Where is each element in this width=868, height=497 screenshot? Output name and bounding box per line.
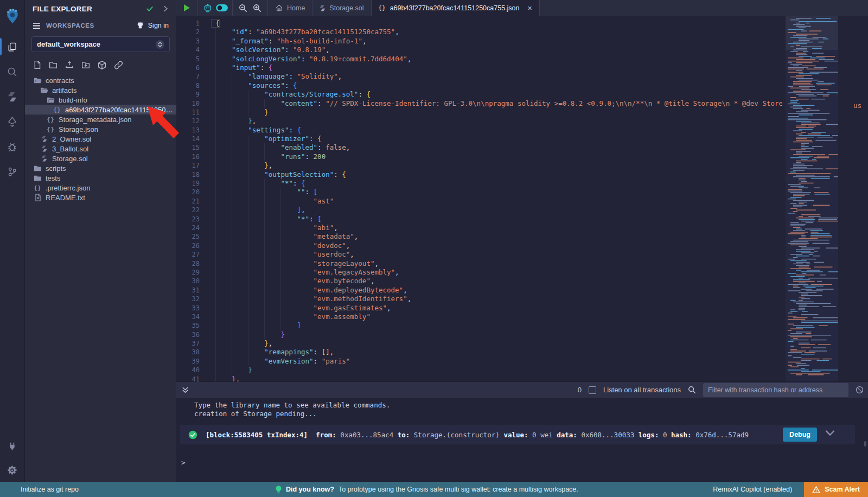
tree-item-2-owner-sol[interactable]: 2_Owner.sol [25, 134, 176, 144]
workspace-select[interactable]: default_workspace [31, 36, 170, 52]
clear-console-icon[interactable] [856, 386, 864, 394]
tree-item-readme-txt[interactable]: README.txt [25, 193, 176, 202]
code-line-1[interactable]: 1{ [176, 19, 868, 28]
code-line-6[interactable]: 6"input": { [176, 63, 868, 72]
code-line-11[interactable]: 11} [176, 108, 868, 117]
code-line-30[interactable]: 30"evm.bytecode", [176, 277, 868, 285]
code-line-4[interactable]: 4"solcVersion": "0.8.19", [176, 46, 868, 54]
terminal[interactable]: Type the library name to see available c… [176, 398, 868, 482]
tree-item--prettierrc-json[interactable]: {}.prettierrc.json [25, 183, 176, 193]
code-line-36[interactable]: 36} [176, 330, 868, 339]
remixai-copilot-status[interactable]: RemixAI Copilot (enabled) [713, 486, 792, 493]
zoom-in-icon[interactable] [250, 0, 264, 16]
code-editor[interactable]: 1{2"id": "a69b43f277ba20fcac141151250ca7… [176, 16, 868, 381]
code-line-7[interactable]: 7"language": "Solidity", [176, 72, 868, 81]
deploy-run-icon[interactable] [0, 109, 25, 134]
search-icon[interactable] [0, 59, 25, 84]
code-line-12[interactable]: 12}, [176, 117, 868, 125]
code-line-21[interactable]: 21"ast" [176, 197, 868, 206]
code-line-28[interactable]: 28"storageLayout", [176, 259, 868, 268]
tree-item-a69b43f277ba20fcac141151250ca7-[interactable]: {}a69b43f277ba20fcac141151250ca7... [25, 105, 176, 114]
code-line-9[interactable]: 9"contracts/Storage.sol": { [176, 90, 868, 99]
tab-storage-sol[interactable]: Storage.sol [312, 0, 371, 16]
tree-item-contracts[interactable]: contracts [25, 75, 176, 85]
tab-a69b43f277ba20fcac141151250ca755-json[interactable]: {}a69b43f277ba20fcac141151250ca755.json× [372, 0, 540, 16]
code-line-23[interactable]: 23"*": [ [176, 215, 868, 224]
link-icon[interactable] [113, 60, 124, 70]
run-script-button[interactable] [180, 0, 194, 16]
tree-item-storage-sol[interactable]: Storage.sol [25, 154, 176, 163]
code-line-41[interactable]: 41}, [176, 375, 868, 381]
debugger-icon[interactable] [0, 134, 25, 159]
close-tab-icon[interactable]: × [528, 4, 532, 12]
terminal-prompt[interactable]: > [181, 458, 186, 467]
code-line-20[interactable]: 20"": [ [176, 188, 868, 196]
search-icon[interactable] [688, 386, 696, 394]
solidity-compiler-icon[interactable] [0, 84, 25, 109]
code-line-27[interactable]: 27"userdoc", [176, 250, 868, 259]
code-line-8[interactable]: 8"sources": { [176, 81, 868, 90]
new-file-icon[interactable] [33, 60, 42, 70]
code-line-31[interactable]: 31"evm.deployedBytecode", [176, 286, 868, 295]
scam-alert-badge[interactable]: Scam Alert [804, 482, 868, 497]
upload-file-icon[interactable] [65, 60, 74, 70]
sign-in-button[interactable]: Sign in [136, 22, 169, 30]
tree-item-3-ballot-sol[interactable]: 3_Ballot.sol [25, 144, 176, 154]
file-explorer-icon[interactable] [0, 34, 25, 59]
transaction-result-row[interactable]: [block:5583405 txIndex:4] from: 0xa03...… [180, 425, 855, 444]
remixai-robot-icon[interactable] [201, 0, 215, 16]
new-folder-icon[interactable] [48, 60, 58, 70]
expand-transaction-icon[interactable] [826, 430, 834, 436]
code-line-32[interactable]: 32"evm.methodIdentifiers", [176, 295, 868, 303]
code-line-13[interactable]: 13"settings": { [176, 126, 868, 135]
tree-item-storage-metadata-json[interactable]: {}Storage_metadata.json [25, 114, 176, 124]
listen-all-label[interactable]: Listen on all transactions [603, 386, 681, 394]
code-line-33[interactable]: 33"evm.gasEstimates", [176, 304, 868, 313]
code-line-10[interactable]: 10"content": "// SPDX-License-Identifier… [176, 99, 868, 108]
code-line-5[interactable]: 5"solcLongVersion": "0.8.19+commit.7dd6d… [176, 55, 868, 63]
tab-home[interactable]: Home [268, 0, 312, 16]
debug-button[interactable]: Debug [783, 428, 817, 442]
code-line-26[interactable]: 26"devdoc", [176, 241, 868, 250]
hamburger-menu-icon[interactable] [33, 22, 41, 29]
remix-logo-icon[interactable] [0, 4, 25, 29]
code-line-14[interactable]: 14"optimizer": { [176, 135, 868, 143]
code-line-29[interactable]: 29"evm.legacyAssembly", [176, 268, 868, 277]
settings-icon[interactable] [0, 458, 25, 482]
upload-folder-icon[interactable] [81, 60, 91, 70]
terminal-scrollbar[interactable] [864, 441, 866, 447]
code-line-39[interactable]: 39"evmVersion": "paris" [176, 357, 868, 366]
code-line-35[interactable]: 35] [176, 321, 868, 330]
tree-item-artifacts[interactable]: artifacts [25, 85, 176, 95]
code-line-18[interactable]: 18"outputSelection": { [176, 170, 868, 179]
transaction-filter-input[interactable] [703, 383, 848, 397]
expand-terminal-icon[interactable] [182, 386, 189, 393]
code-line-16[interactable]: 16"runs": 200 [176, 152, 868, 161]
code-line-19[interactable]: 19"*": { [176, 179, 868, 188]
tree-item-storage-json[interactable]: {}Storage.json [25, 124, 176, 134]
listen-all-checkbox[interactable] [589, 386, 596, 394]
code-line-34[interactable]: 34"evm.assembly" [176, 313, 868, 321]
code-line-22[interactable]: 22], [176, 206, 868, 214]
code-line-17[interactable]: 17}, [176, 161, 868, 170]
code-line-2[interactable]: 2"id": "a69b43f277ba20fcac141151250ca755… [176, 28, 868, 36]
code-line-38[interactable]: 38"remappings": [], [176, 348, 868, 356]
tree-item-label: 3_Ballot.sol [52, 145, 88, 153]
code-line-24[interactable]: 24"abi", [176, 224, 868, 232]
code-line-15[interactable]: 15"enabled": false, [176, 143, 868, 152]
chevron-right-icon[interactable] [162, 5, 169, 12]
zoom-out-icon[interactable] [236, 0, 250, 16]
git-icon[interactable] [0, 159, 25, 184]
tree-item-tests[interactable]: tests [25, 173, 176, 183]
code-line-37[interactable]: 37}, [176, 339, 868, 348]
init-git-repo-button[interactable]: Initialize as git repo [21, 486, 79, 493]
code-line-25[interactable]: 25"metadata", [176, 232, 868, 241]
cube-icon[interactable] [97, 60, 107, 70]
plugin-manager-icon[interactable] [0, 434, 25, 458]
tree-item-scripts[interactable]: scripts [25, 163, 176, 173]
minimap[interactable] [786, 16, 838, 381]
tree-item-build-info[interactable]: build-info [25, 95, 176, 105]
ai-toggle-on-icon[interactable] [215, 0, 229, 16]
code-line-3[interactable]: 3"_format": "hh-sol-build-info-1", [176, 37, 868, 46]
code-line-40[interactable]: 40} [176, 366, 868, 374]
